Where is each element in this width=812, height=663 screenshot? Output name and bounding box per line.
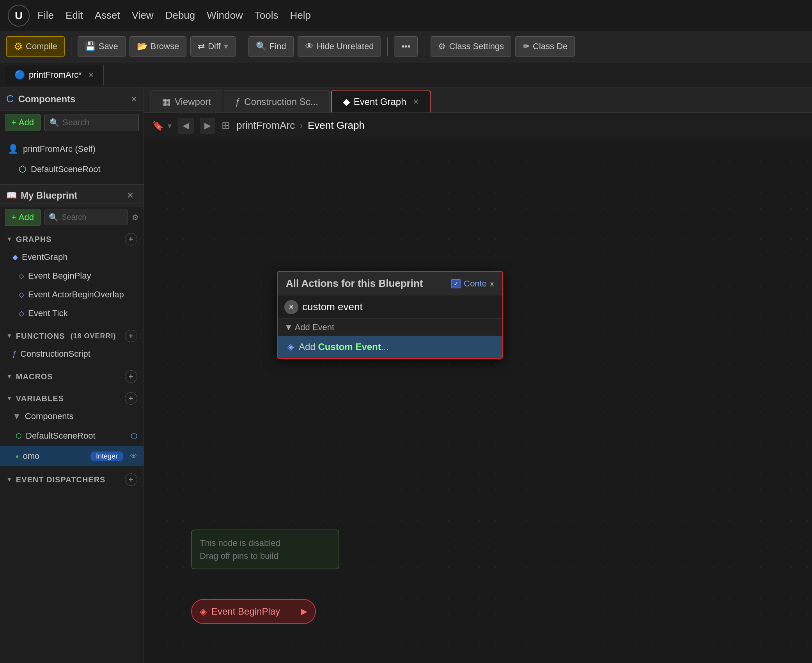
graph-canvas[interactable]: All Actions for this Blueprint ✓ Conte x… <box>144 138 812 663</box>
macros-arrow: ▼ <box>6 373 13 380</box>
menu-help[interactable]: Help <box>290 9 310 21</box>
event-graph-tab-close[interactable]: ✕ <box>413 98 419 106</box>
event-dispatchers-section: ▼ EVENT DISPATCHERS + <box>0 469 144 491</box>
find-icon: 🔍 <box>256 41 266 52</box>
context-menu: All Actions for this Blueprint ✓ Conte x… <box>277 271 503 359</box>
class-settings-icon: ⚙ <box>438 41 446 52</box>
hide-unrelated-icon: 👁 <box>305 41 314 52</box>
components-close[interactable]: ✕ <box>131 94 137 104</box>
macros-section: ▼ MACROS + <box>0 366 144 387</box>
menu-view[interactable]: View <box>132 9 154 21</box>
variables-add-button[interactable]: + <box>125 392 137 405</box>
add-custom-event-item[interactable]: ◈ Add Custom Event... <box>278 336 502 358</box>
book-icon: 📖 <box>6 190 17 201</box>
diff-dropdown-icon: ▾ <box>224 41 228 52</box>
event-beginplay-item[interactable]: ◇ Event BeginPlay <box>0 267 144 285</box>
variable-default-scene-root[interactable]: ⬡ DefaultSceneRoot ⬡ <box>0 426 144 446</box>
checkbox-icon: ✓ <box>451 279 461 288</box>
my-blueprint-section: 📖 My Blueprint ✕ + Add 🔍 Search ⚙ ▼ <box>0 185 144 663</box>
center-panel: ▦ Viewport ƒ Construction Sc... ◆ Event … <box>144 87 812 663</box>
hide-unrelated-button[interactable]: 👁 Hide Unrelated <box>298 36 381 57</box>
tab-construction-script[interactable]: ƒ Construction Sc... <box>224 91 330 112</box>
components-add-button[interactable]: + Add <box>5 114 41 131</box>
separator-4 <box>424 37 424 56</box>
breadcrumb-bar: 🔖 ▾ ◀ ▶ ⊞ printFromArc › Event Graph <box>144 113 812 138</box>
graphs-section-header[interactable]: ▼ GRAPHS + <box>0 231 144 248</box>
chevron-down-icon: ▾ <box>168 121 172 130</box>
diff-button[interactable]: ⇄ Diff ▾ <box>190 36 236 57</box>
context-checkbox[interactable]: ✓ Conte x <box>451 279 494 289</box>
more-options-button[interactable]: ••• <box>394 36 418 57</box>
my-blueprint-toolbar: + Add 🔍 Search ⚙ <box>0 206 144 228</box>
menu-asset[interactable]: Asset <box>95 9 120 21</box>
event-actoroverlap-item[interactable]: ◇ Event ActorBeginOverlap <box>0 285 144 304</box>
menu-edit[interactable]: Edit <box>66 9 83 21</box>
context-search-input[interactable] <box>302 301 496 313</box>
components-list: 👤 printFromArc (Self) ⬡ DefaultSceneRoot <box>0 134 144 184</box>
components-icon: C <box>6 93 14 105</box>
tab-viewport[interactable]: ▦ Viewport <box>151 91 222 112</box>
event-tick-item[interactable]: ◇ Event Tick <box>0 304 144 323</box>
clear-search-button[interactable]: × <box>284 300 298 314</box>
variable-omo[interactable]: ● omo Integer 👁 <box>0 446 144 466</box>
bookmark-icon: 🔖 <box>152 120 164 131</box>
macros-section-header[interactable]: ▼ MACROS + <box>0 368 144 385</box>
compile-button[interactable]: ⚙ Compile <box>6 36 65 57</box>
editor-tabs: ▦ Viewport ƒ Construction Sc... ◆ Event … <box>144 87 812 113</box>
forward-button[interactable]: ▶ <box>200 118 215 133</box>
more-options-icon: ••• <box>401 41 410 52</box>
my-blueprint-search-box[interactable]: 🔍 Search <box>44 210 128 225</box>
construction-script-item[interactable]: ƒ ConstructionScript <box>0 345 144 363</box>
visibility-icon[interactable]: 👁 <box>130 452 137 460</box>
component-default-scene-root[interactable]: ⬡ DefaultSceneRoot <box>0 159 144 180</box>
back-button[interactable]: ◀ <box>178 118 193 133</box>
functions-section: ▼ FUNCTIONS (18 OVERRI) + ƒ Construction… <box>0 325 144 366</box>
graphs-add-button[interactable]: + <box>125 233 137 245</box>
class-defaults-button[interactable]: ✏ Class De <box>515 36 575 57</box>
my-blueprint-close[interactable]: ✕ <box>123 188 137 203</box>
doc-tab-print-from-arc[interactable]: 🔵 printFromArc* ✕ <box>5 65 104 85</box>
integer-type-tag: Integer <box>90 451 123 461</box>
save-button[interactable]: 💾 Save <box>78 36 126 57</box>
compile-icon: ⚙ <box>14 41 23 53</box>
person-icon: 👤 <box>8 144 18 154</box>
event-dispatchers-section-header[interactable]: ▼ EVENT DISPATCHERS + <box>0 471 144 488</box>
components-search-box[interactable]: 🔍 Search <box>44 114 139 131</box>
functions-section-header[interactable]: ▼ FUNCTIONS (18 OVERRI) + <box>0 327 144 345</box>
add-icon-bp: + <box>11 212 16 222</box>
class-defaults-icon: ✏ <box>523 41 530 52</box>
tab-event-graph[interactable]: ◆ Event Graph ✕ <box>331 91 431 112</box>
browse-button[interactable]: 📂 Browse <box>129 36 186 57</box>
add-icon: + <box>11 117 16 128</box>
event-dispatchers-add-button[interactable]: + <box>125 473 137 486</box>
menu-window[interactable]: Window <box>207 9 243 21</box>
components-group-arrow: ▼ <box>12 411 21 421</box>
functions-add-button[interactable]: + <box>125 330 137 342</box>
menu-debug[interactable]: Debug <box>165 9 195 21</box>
variables-arrow: ▼ <box>6 395 13 402</box>
construction-script-icon: ƒ <box>12 350 16 358</box>
separator-1 <box>71 37 71 56</box>
event-graph-icon: ◆ <box>12 253 18 261</box>
macros-add-button[interactable]: + <box>125 370 137 383</box>
event-beginplay-node[interactable]: ◈ Event BeginPlay ▶ <box>191 599 316 624</box>
menu-file[interactable]: File <box>37 9 54 21</box>
event-graph-item[interactable]: ◆ EventGraph <box>0 248 144 267</box>
construction-script-tab-icon: ƒ <box>235 96 240 107</box>
event-tick-icon: ◇ <box>19 309 24 318</box>
context-search-row: × <box>278 295 502 319</box>
find-button[interactable]: 🔍 Find <box>248 36 294 57</box>
my-blueprint-add-button[interactable]: + Add <box>5 209 41 226</box>
event-node-pin[interactable]: ▶ <box>301 606 307 617</box>
class-settings-button[interactable]: ⚙ Class Settings <box>431 36 511 57</box>
variables-section-header[interactable]: ▼ VARIABLES + <box>0 390 144 407</box>
menu-tools[interactable]: Tools <box>255 9 278 21</box>
component-self[interactable]: 👤 printFromArc (Self) <box>0 139 144 159</box>
bp-settings-icon[interactable]: ⚙ <box>132 213 139 222</box>
doc-tab-icon: 🔵 <box>14 70 25 80</box>
actor-overlap-icon: ◇ <box>19 290 24 299</box>
graphs-arrow: ▼ <box>6 236 13 243</box>
breadcrumb-nav: 🔖 ▾ <box>152 120 172 131</box>
title-bar: U File Edit Asset View Debug Window Tool… <box>0 0 812 31</box>
doc-tab-close[interactable]: ✕ <box>88 71 94 79</box>
